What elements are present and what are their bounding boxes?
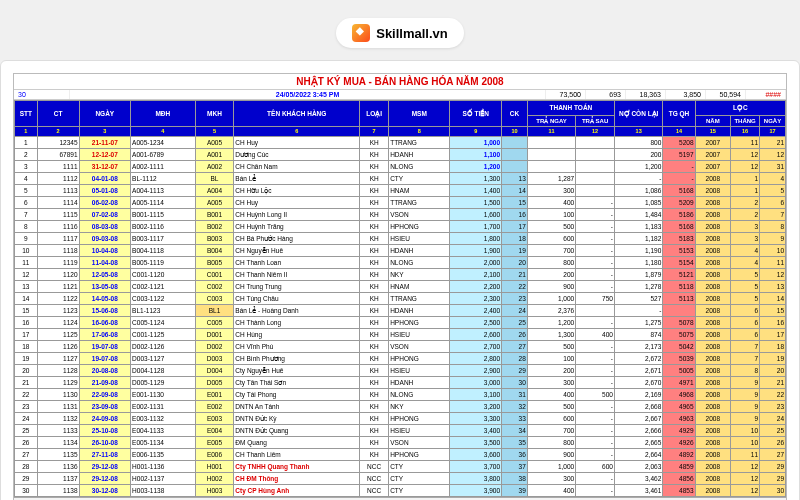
cell-loai[interactable]: KH	[360, 197, 389, 209]
table-row[interactable]: 25113325-10-08E004-1133E004DNTN Đức Quan…	[15, 425, 786, 437]
cell-stt[interactable]: 29	[15, 473, 38, 485]
cell-ngay[interactable]: 29-12-08	[79, 461, 131, 473]
cell-ts[interactable]: -	[576, 413, 615, 425]
cell-kh[interactable]: CH Huỳnh Long II	[234, 209, 360, 221]
cell-tien[interactable]: 2,100	[450, 269, 502, 281]
cell-loai[interactable]: KH	[360, 269, 389, 281]
cell-tn[interactable]	[527, 137, 575, 149]
cell-ngay[interactable]: 19-07-08	[79, 341, 131, 353]
cell-tien[interactable]: 2,900	[450, 365, 502, 377]
cell-ngay[interactable]: 29-12-08	[79, 473, 131, 485]
cell-tn[interactable]: 100	[527, 209, 575, 221]
cell-tn[interactable]: 300	[527, 377, 575, 389]
cell-thang[interactable]: 1	[731, 185, 760, 197]
cell-nam[interactable]: 2008	[695, 401, 730, 413]
cell-msm[interactable]: NLONG	[389, 161, 450, 173]
cell-ct[interactable]: 1118	[37, 245, 79, 257]
cell-thang[interactable]: 6	[731, 317, 760, 329]
cell-ngayf[interactable]: 12	[760, 149, 786, 161]
cell-no[interactable]: 1,200	[614, 161, 662, 173]
cell-loai[interactable]: KH	[360, 365, 389, 377]
col-ck[interactable]: CK	[502, 101, 528, 127]
table-row[interactable]: 19112719-07-08D003-1127D003CH Bình Phươn…	[15, 353, 786, 365]
cell-ngayf[interactable]: 29	[760, 461, 786, 473]
cell-nam[interactable]: 2008	[695, 257, 730, 269]
cell-ngayf[interactable]: 16	[760, 317, 786, 329]
cell-kh[interactable]: Cty TNHH Quang Thanh	[234, 461, 360, 473]
table-row[interactable]: 11234521-11-07A005-1234A005CH HuyKHTTRAN…	[15, 137, 786, 149]
cell-ts[interactable]: -	[576, 233, 615, 245]
cell-tg[interactable]	[663, 305, 695, 317]
cell-ck[interactable]: 39	[502, 485, 528, 497]
table-row[interactable]: 11111911-04-08B005-1119B005CH Thanh Loan…	[15, 257, 786, 269]
cell-mkh[interactable]: B001	[195, 209, 234, 221]
cell-ct[interactable]: 67891	[37, 149, 79, 161]
cell-tien[interactable]: 1,400	[450, 185, 502, 197]
col-trangay[interactable]: TRẢ NGAY	[527, 116, 575, 127]
col-nam[interactable]: NĂM	[695, 116, 730, 127]
cell-tien[interactable]: 1,600	[450, 209, 502, 221]
cell-mdh[interactable]: H003-1138	[131, 485, 196, 497]
cell-kh[interactable]: CH Thành Long	[234, 317, 360, 329]
cell-tn[interactable]: 500	[527, 221, 575, 233]
cell-no[interactable]: 1,180	[614, 257, 662, 269]
cell-nam[interactable]: 2007	[695, 161, 730, 173]
cell-tg[interactable]: 4965	[663, 401, 695, 413]
cell-tn[interactable]: 400	[527, 485, 575, 497]
cell-mdh[interactable]: A005-1114	[131, 197, 196, 209]
col-ngay[interactable]: NGÀY	[79, 101, 131, 127]
cell-ngay[interactable]: 04-01-08	[79, 173, 131, 185]
cell-tn[interactable]: 800	[527, 257, 575, 269]
cell-ct[interactable]: 1125	[37, 329, 79, 341]
cell-mdh[interactable]: BL1-1123	[131, 305, 196, 317]
cell-mdh[interactable]: E002-1131	[131, 401, 196, 413]
cell-ck[interactable]: 31	[502, 389, 528, 401]
cell-ngay[interactable]: 14-05-08	[79, 293, 131, 305]
col-loai[interactable]: LOẠI	[360, 101, 389, 127]
cell-ts[interactable]: -	[576, 269, 615, 281]
cell-loai[interactable]: KH	[360, 341, 389, 353]
cell-stt[interactable]: 1	[15, 137, 38, 149]
cell-kh[interactable]: Cty CP Hùng Anh	[234, 485, 360, 497]
cell-mdh[interactable]: E006-1135	[131, 449, 196, 461]
cell-msm[interactable]: HPHONG	[389, 317, 450, 329]
cell-ts[interactable]: -	[576, 317, 615, 329]
cell-ngay[interactable]: 21-09-08	[79, 377, 131, 389]
cell-ngay[interactable]: 06-02-08	[79, 197, 131, 209]
cell-ngayf[interactable]: 25	[760, 425, 786, 437]
cell-nam[interactable]: 2008	[695, 293, 730, 305]
cell-no[interactable]: 1,190	[614, 245, 662, 257]
table-row[interactable]: 12112012-05-08C001-1120C001CH Thanh Niêm…	[15, 269, 786, 281]
cell-ct[interactable]: 1134	[37, 437, 79, 449]
cell-kh[interactable]: CH ĐM Thông	[234, 473, 360, 485]
table-row[interactable]: 18112619-07-08D002-1126D002CH Vĩnh PhúKH…	[15, 341, 786, 353]
table-row[interactable]: 13112113-05-08C002-1121C002CH Trung Trun…	[15, 281, 786, 293]
cell-stt[interactable]: 16	[15, 317, 38, 329]
table-row[interactable]: 27113527-11-08E006-1135E006CH Thanh Liêm…	[15, 449, 786, 461]
cell-mdh[interactable]: D005-1129	[131, 377, 196, 389]
cell-msm[interactable]: HPHONG	[389, 221, 450, 233]
cell-loai[interactable]: KH	[360, 221, 389, 233]
cell-mkh[interactable]: D003	[195, 353, 234, 365]
cell-ngayf[interactable]: 20	[760, 365, 786, 377]
cell-msm[interactable]: CTY	[389, 173, 450, 185]
cell-no[interactable]: 1,278	[614, 281, 662, 293]
cell-mkh[interactable]: A002	[195, 161, 234, 173]
cell-mdh[interactable]: E001-1130	[131, 389, 196, 401]
cell-ngayf[interactable]: 6	[760, 197, 786, 209]
cell-tn[interactable]: 600	[527, 413, 575, 425]
grid-body[interactable]: 11234521-11-07A005-1234A005CH HuyKHTTRAN…	[15, 137, 786, 497]
cell-mdh[interactable]: B001-1115	[131, 209, 196, 221]
cell-kh[interactable]: CH Hữu Lộc	[234, 185, 360, 197]
cell-tien[interactable]: 1,100	[450, 149, 502, 161]
cell-nam[interactable]: 2008	[695, 245, 730, 257]
cell-ngay[interactable]: 10-04-08	[79, 245, 131, 257]
cell-ck[interactable]: 24	[502, 305, 528, 317]
cell-mkh[interactable]: E005	[195, 437, 234, 449]
col-mkh[interactable]: MKH	[195, 101, 234, 127]
cell-loai[interactable]: NCC	[360, 473, 389, 485]
cell-kh[interactable]: DNTN An Tánh	[234, 401, 360, 413]
cell-stt[interactable]: 8	[15, 221, 38, 233]
cell-tg[interactable]: 5209	[663, 197, 695, 209]
cell-mdh[interactable]: C001-1125	[131, 329, 196, 341]
